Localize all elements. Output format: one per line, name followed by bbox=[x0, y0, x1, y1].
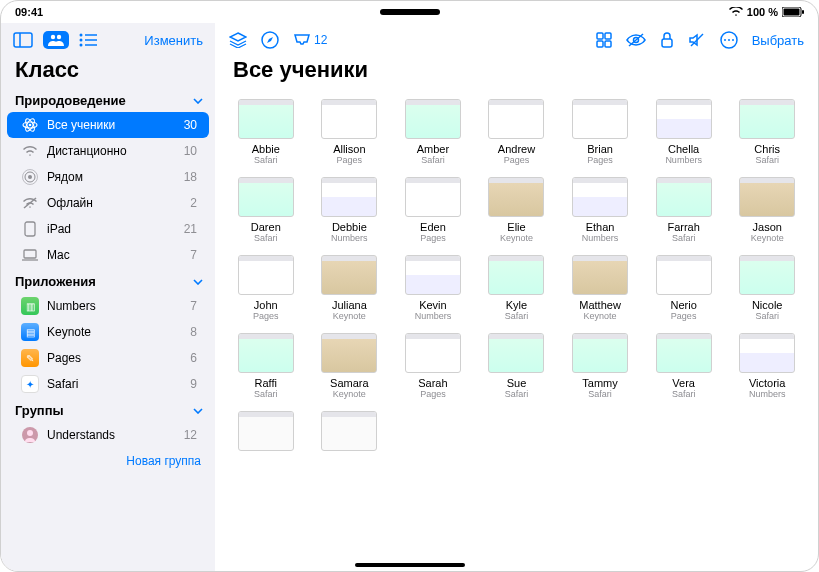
student-name: Kyle bbox=[506, 299, 527, 311]
student-card[interactable] bbox=[311, 411, 389, 455]
student-card[interactable]: NicoleSafari bbox=[728, 255, 806, 321]
list-icon[interactable] bbox=[79, 33, 97, 47]
screen-thumbnail bbox=[572, 99, 628, 139]
screen-thumbnail bbox=[405, 99, 461, 139]
student-card[interactable]: SueSafari bbox=[478, 333, 556, 399]
item-count: 10 bbox=[184, 144, 197, 158]
student-card[interactable]: SamaraKeynote bbox=[311, 333, 389, 399]
student-card[interactable]: ElieKeynote bbox=[478, 177, 556, 243]
status-time: 09:41 bbox=[15, 6, 215, 18]
sidebar-item[interactable]: Mac7 bbox=[7, 242, 209, 268]
student-card[interactable]: EthanNumbers bbox=[561, 177, 639, 243]
sidebar-item[interactable]: Рядом18 bbox=[7, 164, 209, 190]
eye-off-icon[interactable] bbox=[626, 33, 646, 47]
sidebar-item[interactable]: Дистанционно10 bbox=[7, 138, 209, 164]
svg-point-25 bbox=[27, 430, 33, 436]
student-card[interactable]: MatthewKeynote bbox=[561, 255, 639, 321]
student-card[interactable]: VictoriaNumbers bbox=[728, 333, 806, 399]
sidebar-item[interactable]: ✦Safari9 bbox=[7, 371, 209, 397]
item-label: iPad bbox=[47, 222, 71, 236]
student-card[interactable]: VeraSafari bbox=[645, 333, 723, 399]
student-card[interactable]: AllisonPages bbox=[311, 99, 389, 165]
screen-thumbnail bbox=[238, 333, 294, 373]
sidebar-item[interactable]: iPad21 bbox=[7, 216, 209, 242]
student-name: Debbie bbox=[332, 221, 367, 233]
student-card[interactable]: AmberSafari bbox=[394, 99, 472, 165]
student-app: Safari bbox=[588, 389, 612, 399]
student-app: Safari bbox=[505, 311, 529, 321]
student-app: Safari bbox=[755, 311, 779, 321]
student-card[interactable]: DebbieNumbers bbox=[311, 177, 389, 243]
lock-icon[interactable] bbox=[660, 31, 674, 49]
student-card[interactable]: ChrisSafari bbox=[728, 99, 806, 165]
svg-point-9 bbox=[80, 44, 83, 47]
svg-rect-1 bbox=[784, 9, 800, 16]
student-card[interactable]: JulianaKeynote bbox=[311, 255, 389, 321]
inbox-button[interactable]: 12 bbox=[293, 33, 327, 47]
screen-thumbnail bbox=[572, 177, 628, 217]
student-card[interactable]: AbbieSafari bbox=[227, 99, 305, 165]
svg-point-36 bbox=[724, 39, 726, 41]
svg-rect-2 bbox=[802, 10, 804, 14]
inbox-count: 12 bbox=[314, 33, 327, 47]
section-label: Группы bbox=[15, 403, 64, 418]
student-app: Numbers bbox=[415, 311, 452, 321]
student-name: Juliana bbox=[332, 299, 367, 311]
sidebar-item[interactable]: ✎Pages6 bbox=[7, 345, 209, 371]
wifi-icon bbox=[21, 142, 39, 160]
student-card[interactable]: AndrewPages bbox=[478, 99, 556, 165]
student-card[interactable]: EdenPages bbox=[394, 177, 472, 243]
item-count: 6 bbox=[190, 351, 197, 365]
student-card[interactable]: TammySafari bbox=[561, 333, 639, 399]
svg-rect-28 bbox=[605, 33, 611, 39]
student-name: Jason bbox=[753, 221, 782, 233]
student-card[interactable]: RaffiSafari bbox=[227, 333, 305, 399]
student-app: Numbers bbox=[582, 233, 619, 243]
main-toolbar: 12 Выбрать bbox=[215, 23, 818, 57]
select-button[interactable]: Выбрать bbox=[752, 33, 804, 48]
main-title: Все ученики bbox=[215, 57, 818, 89]
sidebar-item[interactable]: Understands12 bbox=[7, 422, 209, 448]
compass-icon[interactable] bbox=[261, 31, 279, 49]
section-header[interactable]: Природоведение bbox=[1, 87, 215, 112]
student-card[interactable] bbox=[227, 411, 305, 455]
sidebar-toolbar: Изменить bbox=[1, 23, 215, 57]
student-app: Keynote bbox=[584, 311, 617, 321]
student-app: Numbers bbox=[331, 233, 368, 243]
mute-icon[interactable] bbox=[688, 32, 706, 48]
svg-point-17 bbox=[28, 175, 32, 179]
svg-point-16 bbox=[29, 124, 32, 127]
section-header[interactable]: Приложения bbox=[1, 268, 215, 293]
screen-thumbnail bbox=[572, 255, 628, 295]
student-card[interactable]: KyleSafari bbox=[478, 255, 556, 321]
sidebar-toggle-icon[interactable] bbox=[13, 32, 33, 48]
student-card[interactable]: FarrahSafari bbox=[645, 177, 723, 243]
people-icon[interactable] bbox=[43, 31, 69, 49]
student-card[interactable]: SarahPages bbox=[394, 333, 472, 399]
svg-rect-33 bbox=[662, 39, 672, 47]
sidebar-item[interactable]: Офлайн2 bbox=[7, 190, 209, 216]
sidebar-item[interactable]: Все ученики30 bbox=[7, 112, 209, 138]
screen-thumbnail bbox=[656, 255, 712, 295]
edit-button[interactable]: Изменить bbox=[144, 33, 203, 48]
more-icon[interactable] bbox=[720, 31, 738, 49]
student-card[interactable]: BrianPages bbox=[561, 99, 639, 165]
sidebar-item[interactable]: ▥Numbers7 bbox=[7, 293, 209, 319]
student-card[interactable]: NerioPages bbox=[645, 255, 723, 321]
item-count: 7 bbox=[190, 248, 197, 262]
screen-thumbnail bbox=[572, 333, 628, 373]
section-header[interactable]: Группы bbox=[1, 397, 215, 422]
item-count: 8 bbox=[190, 325, 197, 339]
sidebar-item[interactable]: ▤Keynote8 bbox=[7, 319, 209, 345]
student-card[interactable]: JohnPages bbox=[227, 255, 305, 321]
student-card[interactable]: DarenSafari bbox=[227, 177, 305, 243]
svg-point-7 bbox=[80, 34, 83, 37]
student-card[interactable]: KevinNumbers bbox=[394, 255, 472, 321]
student-card[interactable]: ChellaNumbers bbox=[645, 99, 723, 165]
student-app: Safari bbox=[254, 389, 278, 399]
grid-icon[interactable] bbox=[596, 32, 612, 48]
student-card[interactable]: JasonKeynote bbox=[728, 177, 806, 243]
layers-icon[interactable] bbox=[229, 32, 247, 48]
new-group-button[interactable]: Новая группа bbox=[1, 448, 215, 474]
student-app: Pages bbox=[587, 155, 613, 165]
